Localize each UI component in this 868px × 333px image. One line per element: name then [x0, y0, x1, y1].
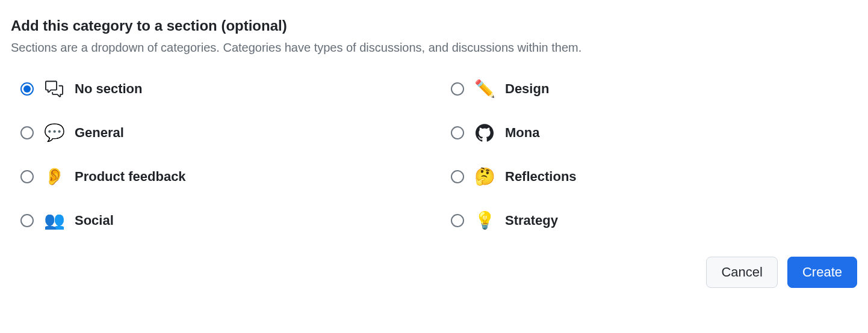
section-option-product-feedback[interactable]: 👂 Product feedback	[20, 166, 427, 186]
light-bulb-icon: 💡	[474, 210, 495, 230]
octocat-icon	[474, 124, 495, 142]
ear-icon: 👂	[43, 166, 65, 186]
section-subheading: Sections are a dropdown of categories. C…	[11, 41, 857, 55]
section-heading: Add this category to a section (optional…	[11, 17, 857, 35]
option-label: Reflections	[505, 169, 577, 185]
option-label: Social	[75, 213, 114, 228]
pencil-icon: ✏️	[474, 79, 495, 99]
option-label: Strategy	[505, 213, 558, 228]
speech-balloon-icon: 💬	[43, 123, 65, 142]
section-option-general[interactable]: 💬 General	[20, 123, 427, 142]
cancel-button[interactable]: Cancel	[706, 257, 777, 288]
create-button[interactable]: Create	[787, 257, 857, 288]
option-label: General	[75, 125, 124, 141]
thinking-face-icon: 🤔	[474, 166, 495, 186]
option-label: Design	[505, 81, 549, 97]
radio-product-feedback[interactable]	[20, 170, 34, 183]
option-label: No section	[75, 81, 142, 97]
radio-design[interactable]	[451, 82, 464, 96]
radio-reflections[interactable]	[451, 170, 464, 183]
section-option-reflections[interactable]: 🤔 Reflections	[451, 166, 857, 186]
radio-strategy[interactable]	[451, 214, 464, 227]
section-option-social[interactable]: 👥 Social	[20, 210, 427, 230]
section-option-mona[interactable]: Mona	[451, 123, 857, 142]
option-label: Product feedback	[75, 169, 186, 185]
section-options-grid: No section ✏️ Design 💬 General Mona 👂 Pr…	[11, 79, 857, 230]
footer-actions: Cancel Create	[11, 257, 857, 288]
radio-social[interactable]	[20, 214, 34, 227]
radio-general[interactable]	[20, 126, 34, 139]
comment-discussion-icon	[43, 80, 65, 98]
section-option-no-section[interactable]: No section	[20, 79, 427, 99]
busts-silhouette-icon: 👥	[43, 210, 65, 230]
section-option-strategy[interactable]: 💡 Strategy	[451, 210, 857, 230]
option-label: Mona	[505, 125, 539, 141]
section-option-design[interactable]: ✏️ Design	[451, 79, 857, 99]
radio-no-section[interactable]	[20, 82, 34, 96]
radio-mona[interactable]	[451, 126, 464, 139]
